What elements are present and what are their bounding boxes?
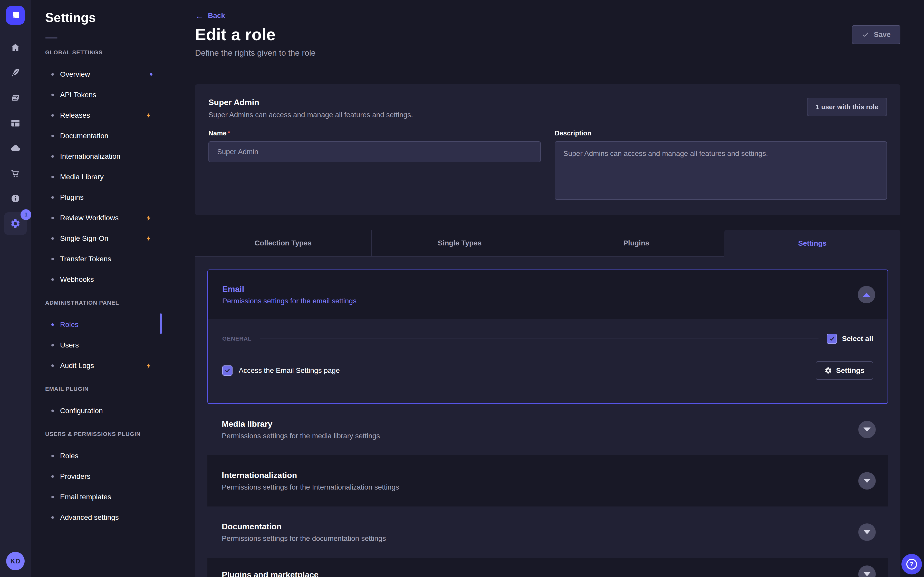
sidebar-scrollbar-thumb[interactable] [160, 313, 162, 334]
expand-button[interactable] [858, 472, 876, 490]
sidebar-item-label: Audit Logs [60, 362, 94, 370]
chevron-down-icon [863, 479, 871, 483]
email-settings-button[interactable]: Settings [816, 361, 873, 380]
nav-settings[interactable]: 1 [4, 212, 27, 235]
page-header: Edit a role Save [195, 25, 900, 44]
strapi-logo[interactable] [6, 6, 25, 25]
sidebar-item-label: Configuration [60, 407, 103, 415]
accordion-title: Email [222, 284, 357, 294]
sidebar-item-providers[interactable]: Providers [31, 466, 163, 487]
sidebar-item-label: Releases [60, 111, 90, 119]
section-label-users-permissions-plugin: USERS & PERMISSIONS PLUGIN [45, 431, 150, 437]
accordion-email-titles: Email Permissions settings for the email… [222, 284, 357, 305]
sidebar-divider [45, 37, 58, 39]
bullet-icon [51, 237, 54, 240]
save-button[interactable]: Save [852, 25, 900, 44]
nav-information[interactable] [4, 187, 27, 210]
description-textarea[interactable]: Super Admins can access and manage all f… [555, 141, 887, 200]
gear-icon [10, 218, 21, 229]
user-avatar[interactable]: KD [6, 552, 25, 571]
role-details-card: Super Admin Super Admins can access and … [195, 84, 900, 215]
nav-media-library[interactable] [4, 87, 27, 109]
bullet-icon [51, 496, 54, 498]
sidebar-section-list: Overview API Tokens Releases Documentati… [31, 64, 163, 290]
save-label: Save [874, 31, 891, 39]
accordion-email-header[interactable]: Email Permissions settings for the email… [208, 270, 888, 319]
nav-content-manager[interactable] [4, 61, 27, 84]
sidebar-item-roles[interactable]: Roles [31, 314, 163, 335]
accordion-plugins-and-marketplace[interactable]: Plugins and marketplace [207, 558, 888, 577]
sidebar-item-email-templates[interactable]: Email templates [31, 487, 163, 507]
sidebar-item-transfer-tokens[interactable]: Transfer Tokens [31, 249, 163, 269]
bullet-icon [51, 93, 54, 96]
help-button[interactable]: ? [901, 554, 922, 574]
expand-button[interactable] [858, 524, 876, 541]
expand-button[interactable] [858, 566, 876, 577]
sidebar-item-releases[interactable]: Releases [31, 105, 163, 126]
sidebar-item-internationalization[interactable]: Internationalization [31, 146, 163, 167]
sidebar-item-label: Roles [60, 452, 79, 460]
sidebar-item-label: Webhooks [60, 276, 94, 284]
sidebar-item-label: Users [60, 341, 79, 349]
accordion-media-library[interactable]: Media library Permissions settings for t… [207, 404, 888, 455]
nav-content-type-builder[interactable] [4, 112, 27, 134]
settings-button-label: Settings [836, 366, 864, 375]
tab-label: Plugins [623, 239, 649, 247]
check-icon [224, 367, 231, 374]
tab-collection-types[interactable]: Collection Types [195, 230, 372, 257]
accordion-subtitle: Permissions settings for the media libra… [222, 432, 380, 440]
icon-rail: 1 KD [0, 0, 31, 577]
role-card-header: Super Admin Super Admins can access and … [208, 98, 887, 119]
sidebar-item-plugins[interactable]: Plugins [31, 187, 163, 208]
chevron-down-icon [863, 427, 871, 432]
sidebar-section-list: Configuration [31, 401, 163, 421]
sidebar-item-api-tokens[interactable]: API Tokens [31, 85, 163, 105]
sidebar-item-media-library[interactable]: Media Library [31, 167, 163, 187]
role-name-title: Super Admin [208, 98, 413, 107]
back-label: Back [208, 11, 225, 20]
sidebar-item-review-workflows[interactable]: Review Workflows [31, 208, 163, 228]
sidebar-item-single-sign-on[interactable]: Single Sign-On [31, 228, 163, 249]
tab-single-types[interactable]: Single Types [372, 230, 548, 257]
collapse-button[interactable] [858, 286, 875, 303]
bullet-icon [51, 258, 54, 260]
lightning-icon [145, 362, 152, 369]
settings-tab-panel: Email Permissions settings for the email… [195, 257, 900, 577]
bullet-icon [51, 217, 54, 219]
select-all-checkbox[interactable] [827, 334, 837, 344]
nav-cloud[interactable] [4, 137, 27, 160]
nav-marketplace[interactable] [4, 162, 27, 185]
sidebar-item-audit-logs[interactable]: Audit Logs [31, 355, 163, 376]
sidebar-item-up-roles[interactable]: Roles [31, 446, 163, 466]
sidebar-item-overview[interactable]: Overview [31, 64, 163, 85]
name-input[interactable] [208, 141, 541, 162]
accordion-documentation[interactable]: Documentation Permissions settings for t… [207, 506, 888, 558]
nav-home[interactable] [4, 36, 27, 59]
sidebar-item-documentation[interactable]: Documentation [31, 126, 163, 146]
sidebar-item-webhooks[interactable]: Webhooks [31, 269, 163, 290]
bullet-icon [51, 344, 54, 347]
select-all-control[interactable]: Select all [827, 334, 873, 344]
permission-checkbox[interactable] [222, 366, 233, 376]
accordion-titles: Internationalization Permissions setting… [222, 471, 399, 492]
tab-settings[interactable]: Settings [724, 230, 900, 257]
accordion-internationalization[interactable]: Internationalization Permissions setting… [207, 455, 888, 506]
tab-plugins[interactable]: Plugins [548, 230, 724, 257]
chevron-down-icon [863, 572, 871, 576]
sidebar-item-advanced-settings[interactable]: Advanced settings [31, 507, 163, 528]
bullet-icon [51, 73, 54, 76]
tab-label: Single Types [438, 239, 482, 247]
users-with-role-button[interactable]: 1 user with this role [807, 98, 887, 116]
main-content: ← Back Edit a role Save Define the right… [163, 0, 924, 577]
sidebar-item-label: Transfer Tokens [60, 255, 111, 263]
app-window: 1 KD Settings GLOBAL SETTINGS Overview A… [0, 0, 924, 577]
expand-button[interactable] [858, 421, 876, 438]
sidebar-item-configuration[interactable]: Configuration [31, 401, 163, 421]
permission-row: Access the Email Settings page Settings [222, 361, 873, 380]
tab-label: Settings [798, 239, 827, 247]
cart-icon [10, 168, 21, 179]
general-group-row: GENERAL Select all [222, 334, 873, 344]
sidebar-item-users[interactable]: Users [31, 335, 163, 355]
back-link[interactable]: ← Back [195, 11, 225, 20]
permission-label: Access the Email Settings page [239, 366, 340, 375]
